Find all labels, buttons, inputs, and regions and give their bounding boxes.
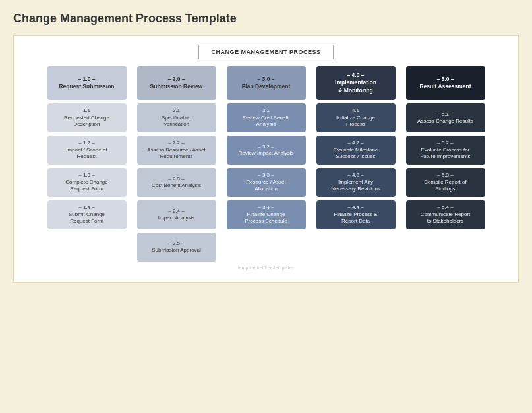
node-col4-1: – 4.2 – Evaluate Milestone Success / Iss… [316,136,396,165]
diagram-area: CHANGE MANAGEMENT PROCESS – 1.0 – Reques… [13,35,519,283]
node-col2-2: – 2.3 – Cost Benefit Analysis [137,168,216,197]
column-col5: – 5.0 – Result Assessment– 5.1 – Assess … [403,66,488,229]
watermark: template.net/free-templates [20,265,512,270]
column-col3: – 3.0 – Plan Development– 3.1 – Review C… [223,66,309,229]
header-col4: – 4.0 – Implementation & Monitoring [316,66,396,100]
column-col2: – 2.0 – Submission Review– 2.1 – Specifi… [134,66,220,262]
node-col3-2: – 3.3 – Resource / Asset Allocation [227,168,306,197]
node-col3-3: – 3.4 – Finalize Change Process Schedule [227,200,306,229]
node-col5-3: – 5.4 – Communicate Report to Stakeholde… [406,200,485,229]
header-col5: – 5.0 – Result Assessment [406,66,485,100]
top-node-row: CHANGE MANAGEMENT PROCESS [20,45,512,59]
page-title: Change Management Process Template [13,12,519,26]
node-col1-0: – 1.1 – Requested Change Description [47,103,127,132]
node-col1-3: – 1.4 – Submit Change Request Form [47,200,127,229]
node-col4-3: – 4.4 – Finalize Process & Report Data [316,200,396,229]
column-col1: – 1.0 – Request Submission– 1.1 – Reques… [44,66,130,229]
node-col5-0: – 5.1 – Assess Change Results [406,103,485,132]
node-col1-1: – 1.2 – Impact / Scope of Request [47,136,127,165]
header-col1: – 1.0 – Request Submission [47,66,127,100]
node-col2-4: – 2.5 – Submission Approval [137,233,216,262]
node-col4-2: – 4.3 – Implement Any Necessary Revision… [316,168,396,197]
node-col2-3: – 2.4 – Impact Analysis [137,200,216,229]
column-col4: – 4.0 – Implementation & Monitoring– 4.1… [313,66,399,229]
node-col2-0: – 2.1 – Specification Verification [137,103,216,132]
node-col1-2: – 1.3 – Complete Change Request Form [47,168,127,197]
top-node: CHANGE MANAGEMENT PROCESS [198,45,333,59]
columns-row: – 1.0 – Request Submission– 1.1 – Reques… [20,66,512,262]
page: Change Management Process Template CHANG… [0,0,532,413]
node-col5-2: – 5.3 – Compile Report of Findings [406,168,485,197]
node-col3-0: – 3.1 – Review Cost Benefit Analysis [227,103,306,132]
header-col2: – 2.0 – Submission Review [137,66,216,100]
node-col3-1: – 3.2 – Review Impact Analysis [227,136,306,165]
node-col4-0: – 4.1 – Initialize Change Process [316,103,396,132]
node-col2-1: – 2.2 – Assess Resource / Asset Requirem… [137,136,216,165]
node-col5-1: – 5.2 – Evaluate Process for Future Impr… [406,136,485,165]
header-col3: – 3.0 – Plan Development [227,66,306,100]
